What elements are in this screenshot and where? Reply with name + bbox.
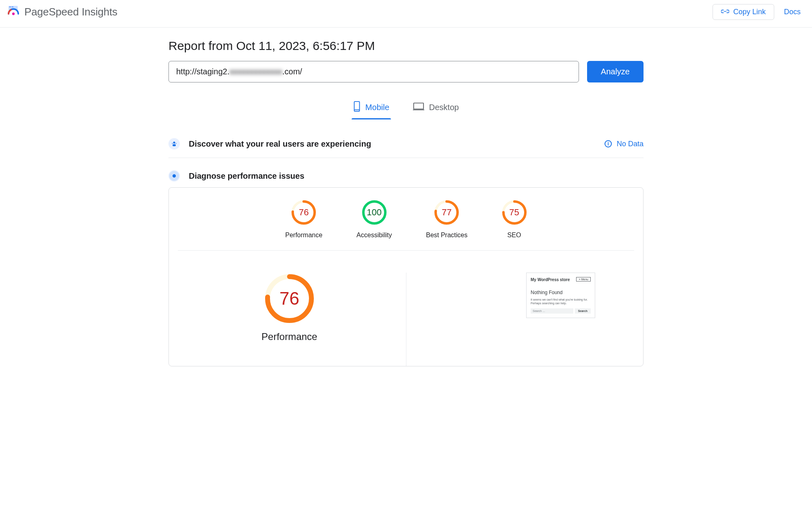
big-performance-column: 76 Performance	[173, 273, 406, 366]
gauge-label: Performance	[285, 232, 323, 239]
thumb-search-input: Search …	[531, 308, 573, 314]
gauge-label: Accessibility	[356, 232, 392, 239]
no-data-pill[interactable]: i No Data	[605, 140, 644, 148]
tab-desktop[interactable]: Desktop	[411, 99, 460, 119]
diagnose-icon	[168, 170, 180, 182]
gauge-item-best-practices[interactable]: 77Best Practices	[426, 200, 467, 239]
gauge-value: 75	[502, 200, 527, 225]
gauge-ring: 77	[434, 200, 459, 225]
gauge-value: 76	[291, 200, 316, 225]
no-data-label: No Data	[617, 140, 644, 148]
gauge-label: SEO	[508, 232, 521, 239]
thumb-heading: Nothing Found	[531, 290, 591, 295]
url-row: http://staging2.xxxxxxxxxxxxx.com/ Analy…	[168, 61, 644, 82]
info-icon: i	[605, 140, 612, 147]
desktop-icon	[413, 102, 424, 113]
mobile-icon	[353, 101, 361, 114]
svg-point-10	[175, 143, 177, 144]
psi-logo-icon	[7, 5, 19, 19]
gauge-ring: 100	[362, 200, 387, 225]
gauge-ring: 75	[502, 200, 527, 225]
svg-point-3	[12, 12, 15, 15]
thumb-search-button: Search	[575, 308, 591, 314]
bottom-row: 76 Performance My WordPress store ≡ Menu…	[173, 273, 639, 366]
main: Report from Oct 11, 2023, 6:56:17 PM htt…	[168, 39, 644, 366]
gauge-label: Best Practices	[426, 232, 467, 239]
svg-point-8	[173, 142, 175, 144]
page-screenshot-thumbnail: My WordPress store ≡ Menu Nothing Found …	[526, 273, 595, 318]
brand: PageSpeed Insights	[7, 5, 117, 19]
copy-link-button[interactable]: Copy Link	[713, 4, 774, 20]
real-users-section-header: Discover what your real users are experi…	[168, 134, 644, 158]
tab-mobile-label: Mobile	[365, 103, 389, 112]
gauge-ring: 76	[291, 200, 316, 225]
big-performance-gauge: 76	[265, 274, 314, 323]
link-icon	[721, 8, 729, 16]
url-suffix-text: .com/	[282, 67, 302, 76]
big-performance-label: Performance	[261, 331, 317, 342]
scores-card: 76Performance100Accessibility77Best Prac…	[168, 187, 644, 366]
thumb-menu-button: ≡ Menu	[576, 277, 591, 282]
header-bar: PageSpeed Insights Copy Link Docs	[0, 0, 812, 28]
tab-mobile[interactable]: Mobile	[352, 99, 391, 119]
diagnose-section-header: Diagnose performance issues	[168, 170, 644, 182]
thumb-paragraph: It seems we can't find what you're looki…	[531, 298, 591, 305]
url-redacted-text: xxxxxxxxxxxxx	[229, 67, 282, 76]
users-icon	[168, 138, 180, 149]
tab-desktop-label: Desktop	[429, 103, 459, 112]
gauge-item-seo[interactable]: 75SEO	[502, 200, 527, 239]
svg-rect-11	[173, 144, 176, 146]
device-tabs: Mobile Desktop	[168, 99, 644, 119]
gauge-value: 100	[362, 200, 387, 225]
report-title: Report from Oct 11, 2023, 6:56:17 PM	[168, 39, 644, 53]
copy-link-label: Copy Link	[733, 8, 766, 16]
real-users-heading: Discover what your real users are experi…	[189, 139, 371, 149]
svg-rect-6	[414, 103, 423, 109]
header-actions: Copy Link Docs	[713, 4, 801, 20]
app-title: PageSpeed Insights	[24, 6, 117, 18]
gauge-item-performance[interactable]: 76Performance	[285, 200, 323, 239]
diagnose-heading: Diagnose performance issues	[189, 171, 304, 181]
gauge-row: 76Performance100Accessibility77Best Prac…	[178, 200, 634, 251]
analyze-button[interactable]: Analyze	[587, 61, 644, 82]
url-input[interactable]: http://staging2.xxxxxxxxxxxxx.com/	[168, 61, 579, 82]
screenshot-column: My WordPress store ≡ Menu Nothing Found …	[406, 273, 639, 366]
svg-point-9	[172, 143, 173, 144]
gauge-item-accessibility[interactable]: 100Accessibility	[356, 200, 392, 239]
gauge-value: 77	[434, 200, 459, 225]
thumb-site-title: My WordPress store	[531, 277, 570, 282]
big-performance-value: 76	[265, 274, 314, 323]
svg-rect-2	[12, 6, 14, 7]
svg-rect-1	[9, 6, 11, 7]
url-prefix-text: http://staging2.	[176, 67, 229, 76]
docs-link[interactable]: Docs	[784, 8, 801, 16]
